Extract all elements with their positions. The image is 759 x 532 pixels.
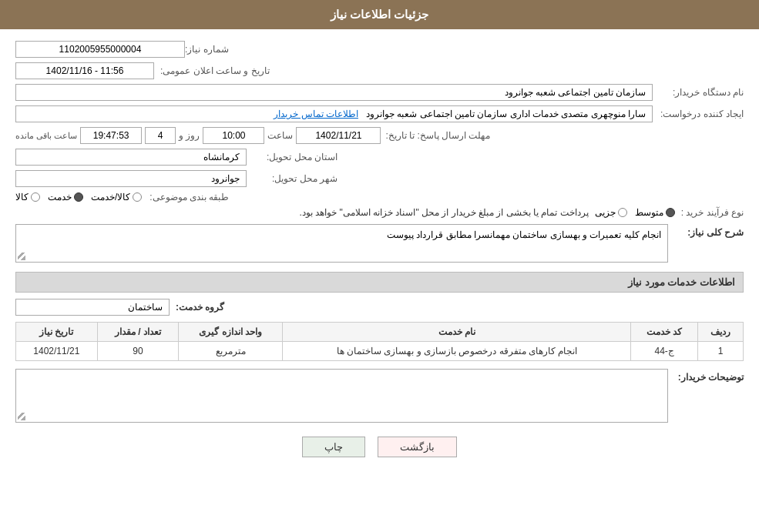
toz-resize-handle xyxy=(18,413,25,420)
ijad-konande-label: ایجاد کننده درخواست: xyxy=(659,109,744,119)
tarikhe-elaan-row: تاریخ و ساعت اعلان عمومی: 1402/11/16 - 1… xyxy=(15,62,744,79)
group-label: گروه خدمت: xyxy=(176,302,224,313)
table-cell-quantity: 90 xyxy=(97,342,179,361)
table-cell-radif: 1 xyxy=(698,342,744,361)
mohlat-date-value: 1402/11/21 xyxy=(296,127,381,144)
procedure-options: متوسط جزیی xyxy=(595,207,675,218)
col-radif: ردیف xyxy=(698,323,744,342)
radio-khedmat-circle xyxy=(74,192,83,202)
name-dastgah-value: سازمان تامین اجتماعی شعبه جوانرود xyxy=(15,84,653,101)
table-body: 1ج-44انجام کارهای متفرقه درخصوص بازسازی … xyxy=(16,342,744,361)
resize-handle xyxy=(18,253,25,260)
radio-joz'i: جزیی xyxy=(595,207,627,218)
tarikhe-elaan-value: 1402/11/16 - 11:56 xyxy=(15,62,154,79)
table-cell-unit: مترمربع xyxy=(179,342,283,361)
radio-jozi-label: جزیی xyxy=(595,207,616,218)
radio-kala-circle xyxy=(31,192,40,202)
radio-kala-khedmat: کالا/خدمت xyxy=(91,192,142,202)
sharh-value-box: انجام کلیه تعمیرات و بهسازی ساختمان مهما… xyxy=(15,224,668,263)
col-unit: واحد اندازه گیری xyxy=(179,323,283,342)
mohlat-remaining-label: ساعت باقی مانده xyxy=(15,131,77,141)
col-quantity: تعداد / مقدار xyxy=(97,323,179,342)
toz-section: توضیحات خریدار: xyxy=(15,369,744,423)
table-cell-date: 1402/11/21 xyxy=(16,342,98,361)
shomara-niaz-value: 1102005955000004 xyxy=(15,41,185,58)
radio-kala-khedmat-circle xyxy=(133,192,142,202)
radio-kala-khedmat-label: کالا/خدمت xyxy=(91,192,130,202)
mohlat-rooz-label: روز و xyxy=(179,130,200,141)
table-row: 1ج-44انجام کارهای متفرقه درخصوص بازسازی … xyxy=(16,342,744,361)
radio-kala: کالا xyxy=(15,192,40,202)
procedure-text: پرداخت تمام یا بخشی از مبلغ خریدار از مح… xyxy=(15,207,589,218)
procedure-row: نوع فرآیند خرید : متوسط جزیی پرداخت تمام… xyxy=(15,207,744,218)
mohlat-row: مهلت ارسال پاسخ: تا تاریخ: 1402/11/21 سا… xyxy=(15,127,744,144)
shomara-niaz-row: شماره نیاز: 1102005955000004 xyxy=(15,41,744,58)
print-button[interactable]: چاپ xyxy=(302,437,365,457)
mohlat-parts: 1402/11/21 ساعت 10:00 روز و 4 19:47:53 س… xyxy=(15,127,381,144)
table-cell-code: ج-44 xyxy=(631,342,698,361)
table-cell-name: انجام کارهای متفرقه درخصوص بازسازی و بهس… xyxy=(283,342,631,361)
procedure-label: نوع فرآیند خرید : xyxy=(681,207,744,218)
ostan-label: استان محل تحویل: xyxy=(253,152,338,162)
page-wrapper: جزئیات اطلاعات نیاز شماره نیاز: 11020059… xyxy=(0,0,759,532)
radio-motavasset: متوسط xyxy=(635,207,675,218)
shahr-value: جوانرود xyxy=(15,170,247,187)
shahr-row: شهر محل تحویل: جوانرود xyxy=(15,170,744,187)
ettelaat-tamas-link[interactable]: اطلاعات تماس خریدار xyxy=(274,109,358,119)
radio-khedmat: خدمت xyxy=(48,192,83,202)
col-code: کد خدمت xyxy=(631,323,698,342)
name-dastgah-row: نام دستگاه خریدار: سازمان تامین اجتماعی … xyxy=(15,84,744,101)
ijad-konande-value: سارا منوچهری متصدی خدمات اداری سازمان تا… xyxy=(15,105,653,122)
col-name: نام خدمت xyxy=(283,323,631,342)
back-button[interactable]: بازگشت xyxy=(378,437,457,457)
content-area: شماره نیاز: 1102005955000004 تاریخ و ساع… xyxy=(0,29,759,477)
radio-jozi-circle xyxy=(618,208,627,217)
mohlat-label: مهلت ارسال پاسخ: تا تاریخ: xyxy=(385,130,490,141)
radio-motavasset-label: متوسط xyxy=(635,207,663,218)
tarikhe-elaan-label: تاریخ و ساعت اعلان عمومی: xyxy=(160,65,270,76)
mohlat-rooz-value: 4 xyxy=(145,127,176,144)
group-row: گروه خدمت: ساختمان xyxy=(15,299,744,316)
sharh-value: انجام کلیه تعمیرات و بهسازی ساختمان مهما… xyxy=(387,229,661,240)
services-section-title: اطلاعات خدمات مورد نیاز xyxy=(15,272,744,293)
toz-value-box xyxy=(15,369,668,423)
toz-label: توضیحات خریدار: xyxy=(674,369,744,383)
mohlat-saat-label: ساعت xyxy=(267,130,293,141)
shomara-niaz-label: شماره نیاز: xyxy=(185,44,229,55)
sharh-label: شرح کلی نیاز: xyxy=(674,224,744,238)
shahr-label: شهر محل تحویل: xyxy=(253,173,338,184)
table-header-row: ردیف کد خدمت نام خدمت واحد اندازه گیری ت… xyxy=(16,323,744,342)
page-title: جزئیات اطلاعات نیاز xyxy=(331,8,428,21)
table-head: ردیف کد خدمت نام خدمت واحد اندازه گیری ت… xyxy=(16,323,744,342)
ostan-row: استان محل تحویل: کرمانشاه xyxy=(15,149,744,166)
page-header: جزئیات اطلاعات نیاز xyxy=(0,0,759,29)
sharh-section: شرح کلی نیاز: انجام کلیه تعمیرات و بهساز… xyxy=(15,224,744,263)
group-value: ساختمان xyxy=(15,299,170,316)
radio-kala-label: کالا xyxy=(15,192,29,202)
tabaghebandi-row: طبقه بندی موضوعی: کالا/خدمت خدمت کالا xyxy=(15,192,744,202)
button-row: بازگشت چاپ xyxy=(15,437,744,457)
radio-khedmat-label: خدمت xyxy=(48,192,72,202)
tabaghebandi-label: طبقه بندی موضوعی: xyxy=(149,192,229,202)
name-dastgah-label: نام دستگاه خریدار: xyxy=(659,87,744,98)
mohlat-saat-value: 10:00 xyxy=(203,127,264,144)
radio-motavasset-circle xyxy=(666,208,675,217)
ostan-value: کرمانشاه xyxy=(15,149,247,166)
col-date: تاریخ نیاز xyxy=(16,323,98,342)
ijad-konande-row: ایجاد کننده درخواست: سارا منوچهری متصدی … xyxy=(15,105,744,122)
services-table: ردیف کد خدمت نام خدمت واحد اندازه گیری ت… xyxy=(15,322,744,361)
mohlat-time-remaining: 19:47:53 xyxy=(80,127,142,144)
